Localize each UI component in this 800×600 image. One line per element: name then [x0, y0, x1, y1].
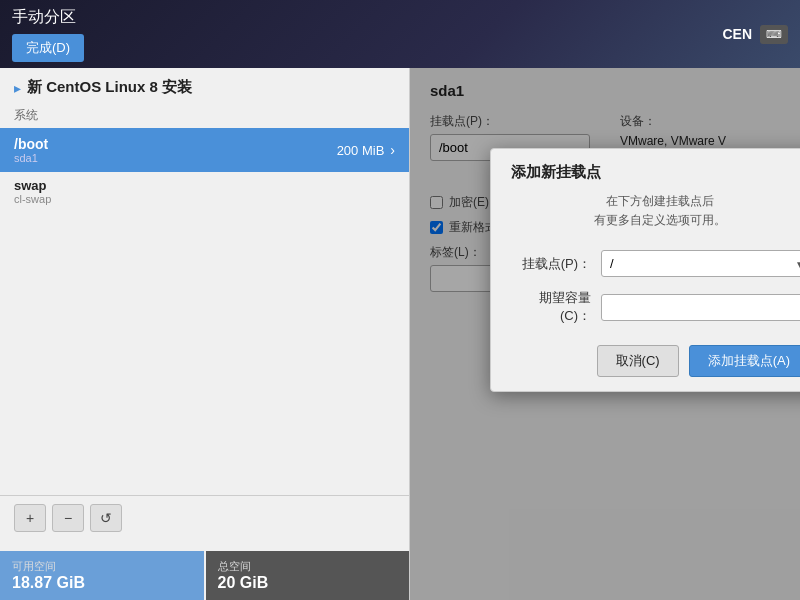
- top-bar: 手动分区 完成(D) CEN ⌨: [0, 0, 800, 68]
- boot-size: 200 MiB ›: [337, 142, 395, 158]
- main-content: ▸ 新 CentOS Linux 8 安装 系统 /boot sda1 200 …: [0, 68, 800, 600]
- boot-device: sda1: [14, 152, 48, 164]
- available-space-value: 18.87 GiB: [12, 574, 192, 592]
- dialog-desc-line2: 有更多自定义选项可用。: [594, 213, 726, 227]
- swap-name: swap: [14, 178, 395, 193]
- boot-size-value: 200 MiB: [337, 143, 385, 158]
- new-install-arrow: ▸: [14, 80, 21, 96]
- done-button[interactable]: 完成(D): [12, 34, 84, 62]
- dialog-title: 添加新挂载点: [491, 149, 800, 188]
- left-panel: ▸ 新 CentOS Linux 8 安装 系统 /boot sda1 200 …: [0, 68, 410, 600]
- page-title: 手动分区: [12, 7, 84, 28]
- dialog-mount-row: 挂载点(P)： ▼: [491, 244, 800, 283]
- boot-chevron-icon: ›: [390, 142, 395, 158]
- cen-label: CEN: [722, 26, 752, 42]
- top-bar-right: CEN ⌨: [722, 25, 788, 44]
- add-partition-button[interactable]: +: [14, 504, 46, 532]
- top-bar-left: 手动分区 完成(D): [12, 7, 84, 62]
- dialog-mount-label: 挂载点(P)：: [511, 255, 591, 273]
- right-panel: sda1 挂载点(P)： 设备： VMware, VMware V 修改...(…: [410, 68, 800, 600]
- installation-header: ▸ 新 CentOS Linux 8 安装: [0, 68, 409, 103]
- total-space-box: 总空间 20 GiB: [206, 551, 410, 600]
- refresh-button[interactable]: ↺: [90, 504, 122, 532]
- dialog-desc-line1: 在下方创建挂载点后: [606, 194, 714, 208]
- dialog-capacity-input[interactable]: [601, 294, 800, 321]
- total-space-label: 总空间: [218, 559, 398, 574]
- space-info: 可用空间 18.87 GiB 总空间 20 GiB: [0, 551, 409, 600]
- partition-item-swap[interactable]: swap cl-swap: [0, 172, 409, 211]
- dialog-description: 在下方创建挂载点后 有更多自定义选项可用。: [491, 188, 800, 244]
- dialog-capacity-row: 期望容量(C)： ← 不填: [491, 283, 800, 331]
- cancel-button[interactable]: 取消(C): [597, 345, 679, 377]
- partition-controls: + − ↺: [0, 495, 409, 540]
- installation-title: 新 CentOS Linux 8 安装: [27, 78, 192, 97]
- boot-name: /boot: [14, 136, 48, 152]
- swap-device: cl-swap: [14, 193, 395, 205]
- dialog-capacity-label: 期望容量(C)：: [511, 289, 591, 325]
- add-mount-point-dialog: 添加新挂载点 在下方创建挂载点后 有更多自定义选项可用。 挂载点(P)： ▼ 期…: [490, 148, 800, 392]
- available-space-label: 可用空间: [12, 559, 192, 574]
- total-space-value: 20 GiB: [218, 574, 398, 592]
- partition-item-boot[interactable]: /boot sda1 200 MiB ›: [0, 128, 409, 172]
- dialog-mount-input[interactable]: [601, 250, 800, 277]
- keyboard-symbol: ⌨: [766, 28, 782, 41]
- dialog-mount-input-wrapper: ▼: [601, 250, 800, 277]
- section-system-label: 系统: [0, 103, 409, 128]
- dialog-buttons: 取消(C) 添加挂载点(A): [491, 331, 800, 391]
- add-mount-point-button[interactable]: 添加挂载点(A): [689, 345, 800, 377]
- keyboard-icon[interactable]: ⌨: [760, 25, 788, 44]
- remove-partition-button[interactable]: −: [52, 504, 84, 532]
- available-space-box: 可用空间 18.87 GiB: [0, 551, 204, 600]
